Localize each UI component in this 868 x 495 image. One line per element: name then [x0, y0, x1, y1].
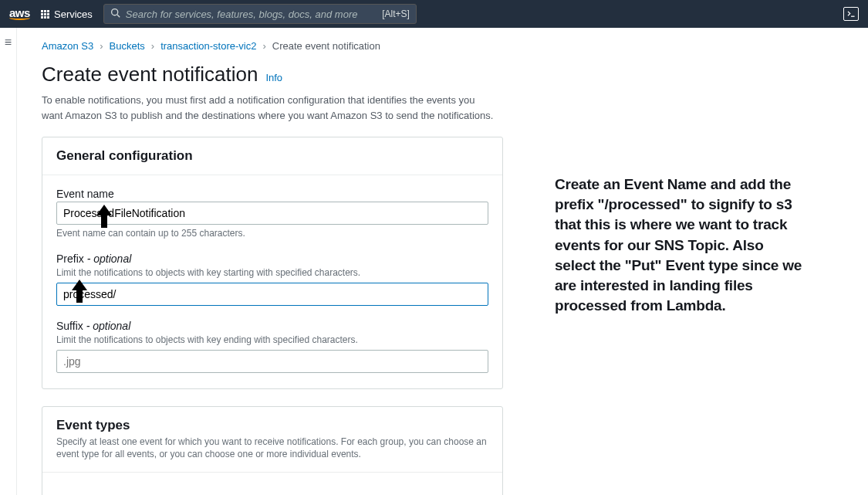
search-icon — [110, 8, 120, 20]
search-shortcut: [Alt+S] — [382, 8, 410, 19]
event-types-description: Specify at least one event for which you… — [56, 436, 488, 462]
info-link[interactable]: Info — [265, 72, 282, 83]
instruction-note: Create an Event Name and add the prefix … — [555, 175, 805, 317]
suffix-field: Suffix - optional Limit the notification… — [56, 320, 488, 373]
breadcrumb: Amazon S3 › Buckets › transaction-store-… — [42, 40, 503, 52]
cloudshell-icon[interactable] — [843, 7, 859, 21]
main-content: Amazon S3 › Buckets › transaction-store-… — [17, 28, 503, 495]
svg-line-1 — [117, 15, 120, 17]
aws-logo[interactable]: aws — [9, 8, 30, 20]
page-subtitle: To enable notifications, you must first … — [42, 93, 497, 123]
event-types-heading: Event types — [56, 418, 488, 433]
event-types-panel: Event types Specify at least one event f… — [42, 406, 503, 495]
breadcrumb-link[interactable]: Amazon S3 — [42, 40, 93, 52]
event-name-hint: Event name can contain up to 255 charact… — [56, 228, 488, 239]
event-name-label: Event name — [56, 188, 488, 200]
top-nav: aws Services Search for services, featur… — [0, 0, 868, 28]
general-config-panel: General configuration Event name Event n… — [42, 137, 503, 389]
general-config-heading: General configuration — [56, 148, 488, 164]
global-search[interactable]: Search for services, features, blogs, do… — [103, 4, 417, 24]
services-button[interactable]: Services — [41, 8, 93, 20]
prefix-field: Prefix - optional Limit the notification… — [56, 253, 488, 306]
event-name-field: Event name Event name can contain up to … — [56, 188, 488, 239]
prefix-label: Prefix - optional — [56, 253, 488, 265]
prefix-hint: Limit the notifications to objects with … — [56, 266, 488, 280]
suffix-input[interactable] — [56, 350, 488, 373]
event-name-input[interactable] — [56, 202, 488, 225]
page-title: Create event notification Info — [42, 63, 503, 86]
breadcrumb-link[interactable]: Buckets — [110, 40, 145, 52]
services-grid-icon — [41, 10, 49, 19]
prefix-input[interactable] — [56, 283, 488, 306]
sidebar-toggle[interactable]: ≡ — [0, 28, 17, 495]
breadcrumb-link[interactable]: transaction-store-vic2 — [160, 40, 256, 52]
services-label: Services — [54, 8, 93, 20]
suffix-label: Suffix - optional — [56, 320, 488, 332]
chevron-right-icon: › — [100, 40, 103, 52]
svg-point-0 — [111, 9, 117, 15]
suffix-hint: Limit the notifications to objects with … — [56, 334, 488, 347]
chevron-right-icon: › — [262, 40, 265, 52]
breadcrumb-current: Create event notification — [272, 40, 380, 52]
chevron-right-icon: › — [151, 40, 154, 52]
object-creation-group: Object creation All object create events… — [56, 485, 488, 495]
search-placeholder: Search for services, features, blogs, do… — [126, 8, 358, 20]
